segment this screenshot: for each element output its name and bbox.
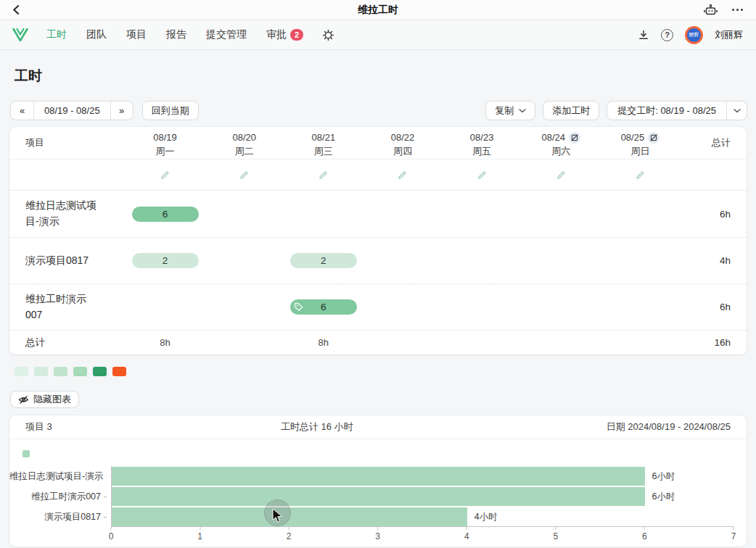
project-name-cell: 演示项目0817 — [9, 238, 126, 283]
nav-tab[interactable]: 项目 — [126, 28, 147, 41]
tag-icon — [294, 302, 303, 312]
hours-chart-card: 项目 3 工时总计 16 小时 日期 2024/08/19 - 2024/08/… — [9, 415, 747, 547]
nav-tab[interactable]: 团队 — [86, 28, 107, 41]
quick-add-cell[interactable] — [363, 159, 442, 190]
time-cell[interactable] — [205, 191, 284, 237]
nav-tab[interactable]: 审批2 — [266, 28, 303, 41]
quick-add-cell[interactable] — [284, 159, 363, 190]
time-cell[interactable] — [363, 191, 442, 237]
time-cell[interactable]: 2 — [284, 238, 363, 283]
chart-bar-value: 6小时 — [652, 470, 675, 483]
hide-chart-button[interactable]: 隐藏图表 — [10, 391, 79, 408]
copy-button[interactable]: 复制 — [485, 101, 535, 120]
time-cell[interactable] — [284, 191, 363, 237]
time-entry-pill[interactable]: 6 — [132, 207, 199, 222]
quick-add-cell[interactable] — [601, 159, 680, 190]
time-cell[interactable] — [443, 238, 522, 283]
table-row: 维拉工时演示00766h — [9, 283, 747, 330]
chevron-down-icon — [734, 109, 741, 113]
app-logo-icon[interactable] — [12, 27, 30, 43]
quick-add-cell[interactable] — [522, 159, 601, 190]
time-entry-pill[interactable]: 2 — [132, 253, 199, 268]
nav-tab-label: 审批 — [266, 28, 287, 41]
column-header-project: 项目 — [9, 127, 126, 159]
chart-bar[interactable] — [112, 487, 645, 506]
time-entry-pill[interactable]: 2 — [290, 253, 357, 268]
project-name: 演示项目0817 — [25, 253, 89, 269]
time-cell[interactable] — [522, 284, 601, 330]
day-of-week: 周三 — [284, 145, 363, 159]
approval-count-badge: 2 — [290, 29, 303, 41]
legend-swatch — [54, 367, 67, 376]
axis-tick-label: 6 — [642, 531, 647, 541]
quick-add-cell[interactable] — [126, 159, 205, 190]
chart-bar-value: 4小时 — [474, 511, 498, 523]
day-date: 08/24 — [542, 131, 566, 145]
robot-icon[interactable] — [704, 4, 718, 16]
chevron-down-icon — [519, 109, 526, 113]
series-legend-swatch[interactable] — [22, 450, 30, 457]
user-name[interactable]: 刘丽辉 — [715, 28, 743, 41]
table-row: 维拉日志测试项目-演示66h — [9, 191, 747, 237]
controls-bar: « 08/19 - 08/25 » 回到当期 复制 添加工时 提交工时: 08/… — [10, 101, 747, 120]
quick-add-cell[interactable] — [443, 159, 522, 190]
column-header-day: 08/25周日 — [601, 127, 680, 159]
time-cell[interactable]: 2 — [126, 238, 205, 283]
nav-tab-label: 报告 — [166, 28, 186, 41]
page-title: 工时 — [15, 67, 756, 86]
gear-icon[interactable] — [323, 30, 334, 41]
axis-tick-label: 4 — [464, 531, 469, 541]
help-icon[interactable]: ? — [661, 29, 673, 41]
chart-bar[interactable] — [112, 507, 467, 526]
time-cell[interactable] — [522, 191, 601, 237]
time-entry-pill[interactable]: 6 — [290, 299, 357, 315]
nav-tab[interactable]: 工时 — [46, 28, 67, 41]
more-menu-icon[interactable] — [732, 9, 743, 11]
time-cell[interactable] — [443, 191, 522, 237]
edit-pencil-icon — [477, 170, 487, 180]
time-cell[interactable] — [522, 238, 601, 283]
time-cell[interactable]: 6 — [284, 284, 363, 330]
time-cell[interactable] — [601, 284, 680, 330]
next-week-button[interactable]: » — [110, 101, 133, 120]
time-cell[interactable] — [205, 238, 284, 283]
download-icon[interactable] — [638, 29, 649, 41]
add-time-button[interactable]: 添加工时 — [543, 101, 599, 120]
eye-off-icon — [18, 395, 29, 404]
back-to-current-button[interactable]: 回到当期 — [142, 101, 199, 120]
nav-tab[interactable]: 报告 — [166, 28, 186, 41]
submit-time-button[interactable]: 提交工时: 08/19 - 08/25 — [607, 101, 726, 120]
navbar-right: ? 丽辉 刘丽辉 — [638, 26, 743, 44]
axis-tick — [289, 527, 289, 530]
nav-tab[interactable]: 提交管理 — [206, 28, 247, 41]
day-of-week: 周六 — [522, 145, 601, 159]
chart-bar[interactable] — [112, 467, 645, 486]
quick-add-cell[interactable] — [205, 159, 284, 190]
time-cell[interactable] — [363, 284, 442, 330]
edit-pencil-icon — [556, 170, 566, 180]
time-cell[interactable] — [601, 191, 680, 237]
avatar[interactable]: 丽辉 — [685, 26, 703, 44]
time-cell[interactable] — [205, 284, 284, 330]
time-cell[interactable] — [601, 238, 680, 283]
table-body: 维拉日志测试项目-演示66h演示项目0817224h维拉工时演示00766h — [9, 191, 747, 330]
back-icon[interactable] — [12, 5, 21, 14]
chart-category-label: 维拉日志测试项目-演示 — [9, 466, 107, 486]
column-header-day: 08/23周五 — [443, 127, 522, 159]
submit-options-button[interactable] — [726, 101, 747, 120]
time-cell[interactable]: 6 — [126, 191, 205, 237]
chart-bar-row: 6小时 — [112, 466, 734, 486]
day-total: 8h — [160, 337, 170, 348]
prev-week-button[interactable]: « — [11, 101, 33, 120]
day-date-line: 08/20 — [205, 131, 284, 145]
project-name: 维拉工时演示007 — [25, 291, 101, 323]
axis-tick-label: 7 — [731, 531, 736, 541]
quick-add-spacer — [9, 159, 126, 190]
week-range-button[interactable]: 08/19 - 08/25 — [33, 101, 110, 120]
nav-tab-label: 团队 — [86, 28, 107, 41]
quick-add-total-spacer — [680, 159, 747, 190]
time-cell[interactable] — [363, 238, 442, 283]
time-cell[interactable] — [443, 284, 522, 330]
time-cell[interactable] — [126, 284, 205, 330]
chart-plot-area: 6小时6小时4小时 — [111, 466, 734, 527]
